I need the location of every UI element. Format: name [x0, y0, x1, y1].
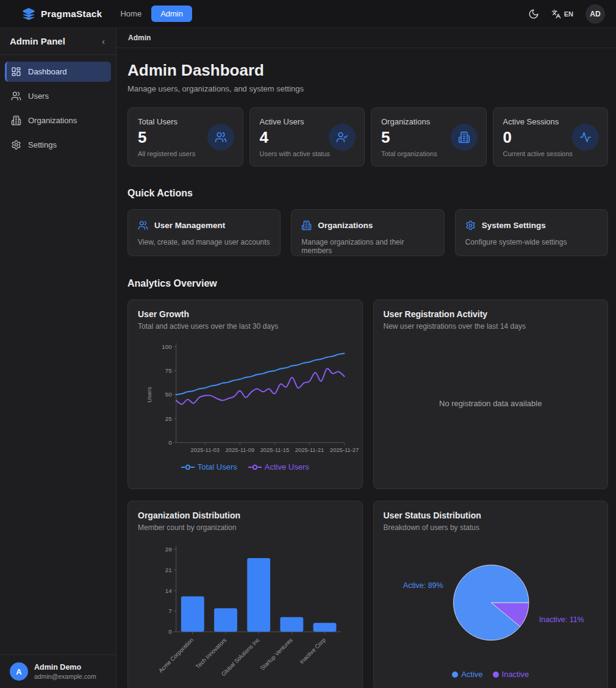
layers-logo-icon — [22, 7, 35, 21]
nav-link-admin[interactable]: Admin — [151, 5, 192, 22]
svg-text:21: 21 — [165, 567, 173, 573]
svg-text:2025-11-03: 2025-11-03 — [190, 446, 220, 453]
page-title: Admin Dashboard — [127, 61, 608, 80]
sidebar-item-users[interactable]: Users — [5, 86, 111, 106]
action-description: View, create, and manage user accounts — [138, 238, 270, 246]
user-email: admin@example.com — [34, 673, 96, 680]
stat-card-active-sessions: Active Sessions 0 Current active session… — [493, 107, 609, 167]
main-content: Admin Admin Dashboard Manage users, orga… — [116, 0, 616, 688]
sidebar-item-label: Organizations — [28, 116, 77, 125]
stat-description: Total organizations — [381, 150, 476, 157]
stats-grid: Total Users 5 All registered users Activ… — [127, 107, 608, 167]
language-code: EN — [564, 10, 573, 18]
user-growth-line-chart: 02550751002025-11-032025-11-092025-11-15… — [138, 338, 353, 455]
empty-chart-message: No registration data available — [384, 331, 598, 476]
svg-text:2025-11-09: 2025-11-09 — [226, 446, 255, 453]
legend-label: Active — [461, 670, 482, 679]
legend-item-inactive[interactable]: Inactive — [493, 670, 529, 679]
action-card-organizations[interactable]: Organizations Manage organizations and t… — [291, 209, 444, 256]
sidebar-item-organizations[interactable]: Organizations — [5, 110, 111, 131]
svg-text:100: 100 — [162, 343, 172, 350]
charts-grid: User Growth Total and active users over … — [127, 299, 608, 688]
stat-card-active-users: Active Users 4 Users with active status — [249, 107, 365, 167]
analytics-heading: Analytics Overview — [127, 278, 608, 289]
stat-card-organizations: Organizations 5 Total organizations — [371, 107, 487, 167]
user-menu-avatar[interactable]: AD — [586, 4, 605, 24]
action-description: Configure system-wide settings — [465, 238, 598, 246]
svg-text:Acme Corporation: Acme Corporation — [157, 636, 195, 674]
brand[interactable]: PragmaStack — [22, 7, 102, 21]
svg-text:75: 75 — [165, 367, 173, 374]
legend-item-active[interactable]: Active — [452, 670, 482, 679]
user-avatar: A — [10, 662, 28, 681]
theme-toggle-button[interactable] — [528, 9, 539, 20]
activity-icon — [579, 131, 592, 143]
svg-text:Active: 89%: Active: 89% — [403, 581, 443, 590]
user-growth-card: User Growth Total and active users over … — [127, 299, 363, 489]
legend-dot — [493, 672, 499, 678]
stat-description: Current active sessions — [503, 150, 598, 157]
chart-title: User Status Distribution — [384, 511, 598, 520]
legend-label: Inactive — [502, 670, 529, 679]
legend-label: Total Users — [198, 462, 237, 471]
svg-text:0: 0 — [168, 628, 172, 635]
stat-description: All registered users — [138, 150, 233, 157]
nav-link-home[interactable]: Home — [120, 9, 141, 18]
users-icon — [138, 220, 148, 231]
sidebar-item-label: Settings — [28, 140, 57, 149]
sidebar-user-card[interactable]: A Admin Demo admin@example.com — [0, 654, 116, 688]
pie-chart-legend: Active Inactive — [384, 670, 598, 679]
organization-distribution-card: Organization Distribution Member count b… — [127, 501, 363, 688]
chart-subtitle: Member count by organization — [138, 523, 353, 532]
action-title: User Management — [154, 221, 225, 230]
legend-dot — [452, 672, 458, 678]
sidebar-item-label: Users — [28, 91, 49, 101]
sidebar-item-dashboard[interactable]: Dashboard — [5, 62, 111, 82]
user-check-icon — [336, 131, 348, 143]
chart-subtitle: Total and active users over the last 30 … — [138, 322, 353, 331]
chart-subtitle: New user registrations over the last 14 … — [384, 322, 598, 331]
action-title: Organizations — [318, 221, 373, 230]
sidebar-collapse-button[interactable]: ‹ — [101, 36, 106, 46]
page-subtitle: Manage users, organizations, and system … — [127, 84, 608, 93]
quick-actions-grid: User Management View, create, and manage… — [127, 209, 608, 256]
chart-subtitle: Breakdown of users by status — [384, 523, 598, 532]
svg-text:Startup Ventures: Startup Ventures — [259, 636, 294, 672]
action-description: Manage organizations and their members — [301, 238, 434, 255]
svg-text:Tech Innovators: Tech Innovators — [195, 636, 228, 670]
user-status-card: User Status Distribution Breakdown of us… — [373, 501, 609, 688]
chart-title: User Growth — [138, 309, 353, 319]
stat-description: Users with active status — [260, 150, 355, 157]
svg-text:7: 7 — [168, 607, 172, 614]
users-icon — [11, 91, 21, 101]
line-chart-legend: Total Users Active Users — [138, 462, 353, 471]
svg-text:2025-11-21: 2025-11-21 — [295, 446, 324, 453]
building-icon — [11, 115, 21, 126]
user-name: Admin Demo — [34, 663, 96, 672]
legend-item-total-users[interactable]: Total Users — [181, 462, 237, 471]
svg-text:Users: Users — [146, 387, 152, 403]
user-status-pie-chart: Inactive: 11%Active: 89% — [384, 539, 598, 666]
top-navbar: PragmaStack Home Admin EN AD — [0, 0, 616, 28]
sidebar-title: Admin Panel — [10, 36, 65, 46]
sidebar-item-settings[interactable]: Settings — [5, 135, 111, 155]
svg-text:50: 50 — [165, 391, 173, 398]
dashboard-icon — [11, 66, 21, 77]
organization-bar-chart: 07142128Acme CorporationTech InnovatorsG… — [138, 539, 353, 684]
breadcrumb[interactable]: Admin — [128, 34, 151, 42]
action-card-user-management[interactable]: User Management View, create, and manage… — [127, 209, 281, 256]
moon-icon — [528, 9, 539, 20]
sidebar-item-label: Dashboard — [28, 67, 67, 76]
admin-sidebar: Admin Panel ‹ Dashboard Users Organizati… — [0, 28, 116, 688]
svg-text:Inactive Corp: Inactive Corp — [298, 636, 327, 665]
svg-text:0: 0 — [168, 439, 172, 446]
building-icon — [301, 220, 312, 231]
languages-icon — [551, 9, 561, 19]
action-card-system-settings[interactable]: System Settings Configure system-wide se… — [455, 209, 608, 256]
chart-title: Organization Distribution — [138, 511, 353, 520]
legend-item-active-users[interactable]: Active Users — [248, 462, 309, 471]
brand-name: PragmaStack — [41, 9, 102, 20]
svg-text:2025-11-15: 2025-11-15 — [260, 446, 290, 453]
users-icon — [215, 131, 227, 143]
language-switcher[interactable]: EN — [551, 9, 573, 19]
